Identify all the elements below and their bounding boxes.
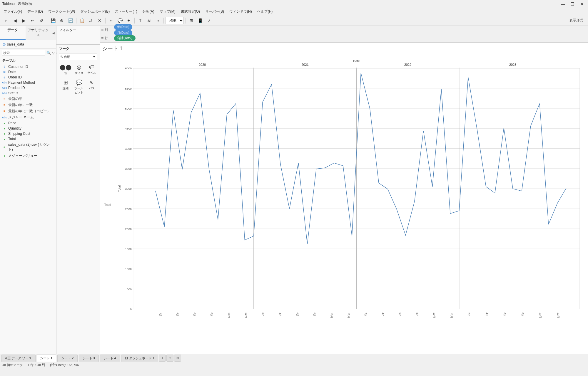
field-item[interactable]: AbcStatus [0,90,56,96]
svg-text:10月: 10月 [228,313,230,318]
save-button[interactable]: 💾 [49,17,57,24]
col-pill[interactable]: 月(Date) [114,30,132,36]
field-item[interactable]: ●Price [0,120,56,126]
marks-button-色[interactable]: ⬤⬤色 [59,63,72,77]
duplicate-button[interactable]: 📋 [78,17,86,24]
field-item[interactable]: =最新の年に一致 [0,102,56,108]
tooltip-button[interactable]: 💬 [116,17,124,24]
home-button[interactable]: ⌂ [2,17,10,24]
col-pill[interactable]: 年(Date) [114,24,132,30]
field-icon: # [2,65,6,69]
marks-button-ラベル[interactable]: 🏷ラベル [86,63,98,77]
datasource-name[interactable]: ⊗ sales_data [0,40,56,49]
field-item[interactable]: =最新の年に一致（コピー） [0,108,56,114]
marks-btn-icon: ⊞ [64,79,68,86]
marks-button-サイズ[interactable]: ◎サイズ [74,63,85,77]
analytics-tab[interactable]: アナリティクス [26,26,51,40]
field-item[interactable]: ●メジャー バリュー [0,153,56,159]
sheet-tab[interactable]: シート 3 [79,355,99,362]
device-button[interactable]: 📱 [196,17,204,24]
close-button[interactable]: ✕ [579,1,586,7]
panel-tabs: データ アナリティクス ◀ [0,26,56,40]
clear-button[interactable]: ✕ [96,17,103,24]
svg-text:12月: 12月 [557,313,560,318]
refresh-button[interactable]: 🔄 [67,17,74,24]
fit-width-button[interactable]: ↔ [107,17,115,24]
window-controls: — ❐ ✕ [559,1,586,7]
search-icon[interactable]: 🔍 [46,51,51,55]
annotation-button[interactable]: T [136,17,144,24]
field-item[interactable]: #sales_data (2).csv (カウント) [0,142,56,153]
svg-text:0: 0 [130,308,132,311]
undo-button[interactable]: ↩ [29,17,36,24]
field-icon: # [2,75,6,79]
marks-buttons: ⬤⬤色◎サイズ🏷ラベル⊞詳細💬ツールヒント∿パス [59,63,97,96]
marks-type-dropdown[interactable]: ✎ 自動 ▼ [59,53,97,60]
toolbar: ⌂ ◀ ▶ ↩ ↺ 💾 ⊕ 🔄 📋 ⇄ ✕ ↔ 💬 ✦ T ≋ ≈ 標準 ⊞ 📱… [0,15,588,26]
svg-text:4月: 4月 [485,313,488,317]
forward-button[interactable]: ▶ [20,17,28,24]
minimize-button[interactable]: — [559,1,567,7]
menu-item[interactable]: ダッシュボード(B) [78,9,112,15]
menu-item[interactable]: 書式設定(O) [178,9,202,15]
menu-item[interactable]: ウィンドウ(N) [227,9,254,15]
panel-collapse-button[interactable]: ◀ [51,26,56,40]
field-item[interactable]: AbcPayment Method [0,80,56,85]
svg-text:2月: 2月 [364,313,367,317]
marks-button-ツールヒント[interactable]: 💬ツールヒント [74,78,85,96]
menu-item[interactable]: マップ(M) [157,9,178,15]
fit-dropdown[interactable]: 標準 [166,17,184,24]
back-button[interactable]: ◀ [11,17,19,24]
menu-item[interactable]: ワークシート(W) [46,9,77,15]
new-datasource-button[interactable]: ⊕ [58,17,66,24]
maximize-button[interactable]: ❐ [569,1,576,7]
svg-text:2月: 2月 [467,313,470,317]
sheet-tab[interactable]: シート 2 [57,355,77,362]
marks-button-パス[interactable]: ∿パス [86,78,98,96]
svg-text:2023: 2023 [509,63,516,66]
marks-button-詳細[interactable]: ⊞詳細 [59,78,72,96]
chart-container: Total 0500100015002000250030003500400045… [102,53,586,356]
row-pill[interactable]: 合計(Total) [114,35,136,41]
swap-button[interactable]: ⇄ [87,17,95,24]
right-panel: ≡ 列 年(Date)月(Date) ≡ 行 合計(Total) シート 1 T… [100,26,588,354]
redo-button[interactable]: ↺ [38,17,45,24]
grid-button[interactable]: ⊞ [188,17,195,24]
show-format-button[interactable]: 表示形式 [567,17,586,24]
svg-text:4月: 4月 [279,313,282,317]
menu-item[interactable]: 分析(A) [140,9,157,15]
share-button[interactable]: ↗ [205,17,213,24]
highlight-button[interactable]: ✦ [125,17,133,24]
chart-svg: 0500100015002000250030003500400045005000… [117,59,583,333]
field-item[interactable]: ●Shipping Cost [0,131,56,136]
field-item[interactable]: AbcProduct ID [0,85,56,90]
fields-list: #Customer ID🗓Date#Order IDAbcPayment Met… [0,64,56,354]
data-tab[interactable]: データ [0,26,26,40]
filter-icon[interactable]: ▽ [52,51,55,55]
view-area: シート 1 Total 0500100015002000250030003500… [100,43,588,359]
field-item[interactable]: #Order ID [0,75,56,80]
data-panel: データ アナリティクス ◀ ⊗ sales_data 🔍 ▽ ≡ テーブル #C… [0,26,56,354]
search-input[interactable] [2,50,45,56]
sheet-tab[interactable]: シート 1 [36,355,56,362]
menu-item[interactable]: ファイル(F) [1,9,24,15]
field-icon: ● [2,154,6,158]
field-icon: = [2,97,6,101]
trend-button[interactable]: ≋ [145,17,153,24]
status-bar: 48 個のマーク 1 行 × 48 列 合計(Total): 168,746 [0,362,588,368]
menu-item[interactable]: ストーリー(T) [113,9,139,15]
filters-section: フィルター [56,26,100,45]
field-item[interactable]: #Customer ID [0,64,56,69]
search-box: 🔍 ▽ ≡ [0,49,56,57]
menu-item[interactable]: サーバー(S) [203,9,226,15]
field-item[interactable]: =最新の年 [0,96,56,102]
datasource-tab[interactable]: ⊗ ☰ データ ソース [1,355,36,362]
forecast-button[interactable]: ≈ [154,17,162,24]
marks-label: マーク [59,46,97,51]
field-item[interactable]: Abcメジャー ネーム [0,114,56,120]
field-item[interactable]: ●Quantity [0,126,56,131]
field-item[interactable]: ●Total [0,136,56,142]
menu-item[interactable]: データ(D) [25,9,45,15]
menu-item[interactable]: ヘルプ(H) [255,9,275,15]
field-item[interactable]: 🗓Date [0,69,56,75]
